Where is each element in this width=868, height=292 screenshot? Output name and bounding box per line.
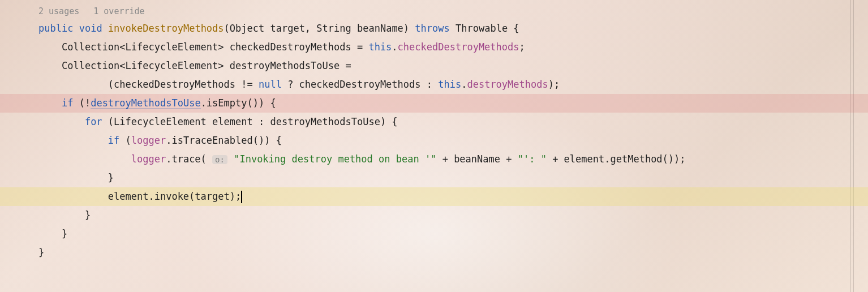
keyword-throws: throws — [415, 23, 449, 34]
code-line-caret-highlight[interactable]: element.invoke(target); — [0, 187, 868, 206]
field-ref: checkedDestroyMethods — [398, 41, 519, 53]
keyword-void: void — [79, 23, 102, 34]
code-line[interactable]: (checkedDestroyMethods != null ? checked… — [0, 75, 868, 94]
string-literal: "Invoking destroy method on bean '" — [234, 153, 436, 165]
code-line[interactable]: } — [0, 169, 868, 187]
field-ref: destroyMethods — [467, 79, 548, 90]
code-line[interactable]: public void invokeDestroyMethods(Object … — [0, 19, 868, 38]
override-hint[interactable]: 1 override — [93, 6, 144, 16]
keyword-if: if — [108, 135, 119, 146]
code-line[interactable]: if (logger.isTraceEnabled()) { — [0, 131, 868, 150]
code-line[interactable]: } — [0, 225, 868, 243]
keyword-if: if — [62, 97, 73, 109]
keyword-null: null — [259, 79, 282, 90]
usages-hint[interactable]: 2 usages — [38, 6, 79, 16]
code-line[interactable]: } — [0, 206, 868, 225]
field-ref: logger — [131, 135, 166, 146]
keyword-for: for — [85, 116, 102, 127]
inlay-hints[interactable]: 2 usages 1 override — [0, 2, 868, 19]
variable-link[interactable]: destroyMethodsToUse — [91, 97, 200, 109]
method-name: invokeDestroyMethods — [108, 23, 224, 34]
keyword-public: public — [38, 23, 73, 34]
code-line[interactable]: Collection<LifecycleElement> destroyMeth… — [0, 57, 868, 75]
string-literal: "': " — [518, 153, 547, 165]
code-line-error-highlight[interactable]: if (!destroyMethodsToUse.isEmpty()) { — [0, 94, 868, 113]
parameter-hint: o: — [212, 155, 227, 164]
code-line[interactable]: Collection<LifecycleElement> checkedDest… — [0, 38, 868, 57]
text-cursor — [241, 191, 242, 203]
code-line[interactable]: for (LifecycleElement element : destroyM… — [0, 113, 868, 131]
field-ref: logger — [131, 153, 166, 165]
keyword-this: this — [368, 41, 392, 53]
code-line[interactable]: } — [0, 243, 868, 262]
keyword-this: this — [438, 79, 461, 90]
code-editor[interactable]: 2 usages 1 override public void invokeDe… — [0, 0, 868, 262]
code-line[interactable]: logger.trace( o: "Invoking destroy metho… — [0, 150, 868, 169]
